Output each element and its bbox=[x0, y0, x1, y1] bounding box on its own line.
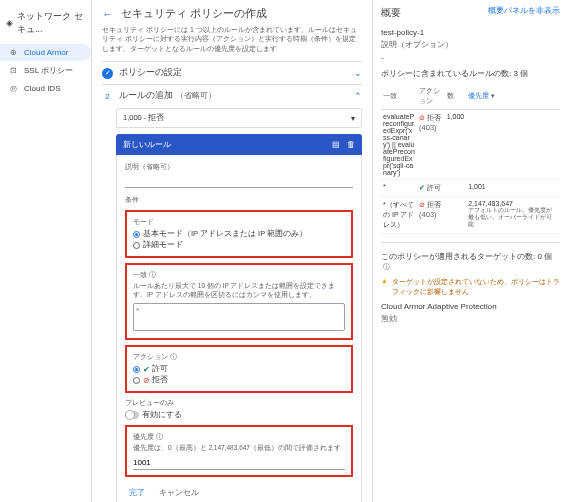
match-group: 一致ⓘ ルールあたり最大で 10 個の IP アドレスまたは範囲を設定できます。… bbox=[125, 263, 353, 340]
step-1: ✓ ポリシーの設定 ⌄ bbox=[102, 61, 362, 84]
col-action: アクション bbox=[417, 83, 445, 110]
policy-desc-label: 説明（オプション） bbox=[381, 40, 560, 50]
mode-adv-radio[interactable]: 詳細モード bbox=[133, 240, 345, 250]
check-icon: ✓ bbox=[102, 68, 113, 79]
sidebar-item-label: Cloud IDS bbox=[24, 84, 60, 93]
sidebar-item-label: SSL ポリシー bbox=[24, 65, 73, 76]
allow-icon: ✔ bbox=[143, 365, 150, 374]
sidebar-item-cloud-armor[interactable]: ⊕ Cloud Armor bbox=[0, 44, 91, 61]
chevron-down-icon: ⌄ bbox=[354, 68, 362, 78]
armor-icon: ⊕ bbox=[8, 48, 18, 57]
center-panel: ← セキュリティ ポリシーの作成 セキュリティ ポリシーには 1 つ以上のルール… bbox=[92, 0, 373, 502]
mode-label: モード bbox=[133, 218, 154, 225]
sidebar-item-ssl[interactable]: ⊡ SSL ポリシー bbox=[0, 61, 91, 80]
product-label: ネットワーク セキュ... bbox=[17, 10, 85, 36]
help-icon[interactable]: ⓘ bbox=[149, 271, 156, 278]
col-count: 数 bbox=[445, 83, 467, 110]
mode-group: モード 基本モード（IP アドレスまたは IP 範囲のみ） 詳細モード bbox=[125, 210, 353, 258]
rule-card-header: 新しいルール ▤ 🗑 bbox=[116, 134, 362, 155]
radio-icon bbox=[133, 231, 140, 238]
targets-label: このポリシーが適用されるターゲットの数: 0 個 ⓘ bbox=[381, 251, 560, 272]
table-row: *（すべての IP アドレス）⊘ 拒否(403)2,147,483,647デフォ… bbox=[381, 197, 560, 234]
description-input[interactable] bbox=[125, 174, 353, 188]
overview-panel: 概要 test-policy-1 説明（オプション） - ポリシーに含まれている… bbox=[373, 0, 568, 502]
radio-icon bbox=[133, 242, 140, 249]
step-title: ポリシーの設定 bbox=[119, 67, 348, 79]
chevron-up-icon: ⌃ bbox=[354, 91, 362, 101]
match-condition-label: 条件 bbox=[125, 195, 353, 205]
match-help: ルールあたり最大で 10 個の IP アドレスまたは範囲を設定できます。IP ア… bbox=[133, 282, 345, 300]
warning-icon: ▲ bbox=[381, 277, 388, 284]
col-match: 一致 bbox=[381, 83, 417, 110]
product-title: ◈ ネットワーク セキュ... bbox=[0, 6, 91, 40]
mode-basic-radio[interactable]: 基本モード（IP アドレスまたは IP 範囲のみ） bbox=[133, 229, 345, 239]
toggle-icon bbox=[125, 411, 139, 419]
table-row: evaluatePreconfiguredExpr('xss-canary') … bbox=[381, 110, 560, 180]
rules-count-label: ポリシーに含まれているルールの数: 3 個 bbox=[381, 68, 560, 79]
enable-toggle[interactable]: 有効にする bbox=[125, 410, 353, 420]
shield-icon: ◈ bbox=[6, 18, 13, 28]
sidebar-item-label: Cloud Armor bbox=[24, 48, 68, 57]
ssl-icon: ⊡ bbox=[8, 66, 18, 75]
step-2: 2 ルールの追加（省略可） ⌃ 1,000 - 拒否 ▾ 新しいルール ▤ bbox=[102, 84, 362, 502]
action-group: アクションⓘ ✔許可 ⊘拒否 bbox=[125, 345, 353, 393]
col-priority[interactable]: 優先度 bbox=[468, 92, 489, 99]
cancel-rule-button[interactable]: キャンセル bbox=[155, 484, 203, 501]
cap-value: 無効 bbox=[381, 314, 560, 324]
step-2-header[interactable]: 2 ルールの追加（省略可） ⌃ bbox=[102, 90, 362, 102]
priority-input[interactable] bbox=[133, 456, 345, 470]
targets-warning: ▲ ターゲットが設定されていないため、ポリシーはトラフィックに影響しません bbox=[381, 277, 560, 297]
page-title: セキュリティ ポリシーの作成 bbox=[121, 6, 267, 21]
sidebar-item-ids[interactable]: ◎ Cloud IDS bbox=[0, 80, 91, 97]
main: ← セキュリティ ポリシーの作成 セキュリティ ポリシーには 1 つ以上のルール… bbox=[92, 0, 568, 502]
preview-label: プレビューのみ bbox=[125, 399, 174, 406]
cap-label: Cloud Armor Adaptive Protection bbox=[381, 302, 560, 311]
deny-icon: ⊘ bbox=[143, 376, 150, 385]
intro-text: セキュリティ ポリシーには 1 つ以上のルールが含まれています。ルールはセキュリ… bbox=[102, 25, 362, 53]
step-title: ルールの追加（省略可） bbox=[119, 90, 348, 102]
rules-table: 一致 アクション 数 優先度 ▾ evaluatePreconfiguredEx… bbox=[381, 83, 560, 234]
help-icon[interactable]: ⓘ bbox=[156, 433, 163, 440]
table-row: *✔ 許可1,001 bbox=[381, 180, 560, 197]
delete-icon[interactable]: 🗑 bbox=[347, 140, 355, 149]
policy-name: test-policy-1 bbox=[381, 28, 560, 37]
radio-icon bbox=[133, 377, 140, 384]
help-icon[interactable]: ⓘ bbox=[383, 263, 390, 270]
ids-icon: ◎ bbox=[8, 84, 18, 93]
hide-panel-link[interactable]: 概要パネルを非表示 bbox=[488, 6, 560, 16]
help-icon[interactable]: ⓘ bbox=[170, 353, 177, 360]
sidebar: ◈ ネットワーク セキュ... ⊕ Cloud Armor ⊡ SSL ポリシー… bbox=[0, 0, 92, 502]
back-arrow-icon[interactable]: ← bbox=[102, 8, 113, 20]
priority-label: 優先度 bbox=[133, 433, 154, 440]
rule-card-body: 説明（省略可） 条件 モード 基本モード（IP アドレスまたは IP 範囲のみ）… bbox=[116, 155, 362, 502]
rule-card-title: 新しいルール bbox=[123, 139, 171, 150]
rule-selector[interactable]: 1,000 - 拒否 ▾ bbox=[116, 108, 362, 128]
step-1-header[interactable]: ✓ ポリシーの設定 ⌄ bbox=[102, 67, 362, 79]
collapse-icon[interactable]: ▤ bbox=[332, 140, 340, 149]
priority-help: 優先度は、0（最高）と 2,147,483,647（最低）の間で評価されます bbox=[133, 444, 345, 453]
match-label: 一致 bbox=[133, 271, 147, 278]
action-deny-radio[interactable]: ⊘拒否 bbox=[133, 375, 345, 385]
rule-selector-value: 1,000 - 拒否 bbox=[123, 113, 164, 123]
chevron-down-icon: ▾ bbox=[351, 114, 355, 123]
radio-icon bbox=[133, 366, 140, 373]
priority-group: 優先度ⓘ 優先度は、0（最高）と 2,147,483,647（最低）の間で評価さ… bbox=[125, 425, 353, 477]
app-shell: ◈ ネットワーク セキュ... ⊕ Cloud Armor ⊡ SSL ポリシー… bbox=[0, 0, 568, 502]
done-button[interactable]: 完了 bbox=[125, 484, 149, 501]
step-number: 2 bbox=[102, 92, 113, 101]
desc-label: 説明（省略可） bbox=[125, 163, 174, 170]
action-label: アクション bbox=[133, 353, 168, 360]
match-input[interactable] bbox=[133, 303, 345, 331]
header: ← セキュリティ ポリシーの作成 bbox=[102, 6, 362, 21]
policy-desc-value: - bbox=[381, 53, 560, 62]
action-allow-radio[interactable]: ✔許可 bbox=[133, 364, 345, 374]
